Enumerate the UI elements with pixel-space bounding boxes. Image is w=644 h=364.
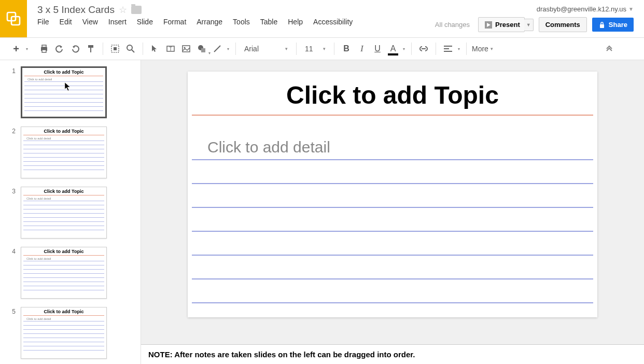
thumb-title: Click to add Topic [21,307,106,315]
svg-rect-22 [201,48,205,52]
slide-thumbnail[interactable]: 5Click to add Topic Click to add detail [0,305,141,361]
document-title[interactable]: 3 x 5 Index Cards [37,4,115,16]
underline-button[interactable]: U [370,41,385,57]
app-logo[interactable] [0,0,27,37]
slide-thumbnail[interactable]: 4Click to add Topic Click to add detail [0,245,141,301]
slide-thumbnail[interactable]: 2Click to add Topic Click to add detail [0,124,141,180]
thumb-title: Click to add Topic [21,187,106,195]
user-email[interactable]: drasbyb@greenville.k12.ny.us▼ [435,5,634,13]
new-slide-button[interactable]: + [8,41,24,57]
thumb-title: Click to add Topic [22,68,105,76]
slide-canvas[interactable]: Click to add Topic Click to add detail [188,72,597,317]
svg-rect-0 [7,12,16,21]
thumbnail-number: 5 [6,307,21,315]
line-tool[interactable] [209,41,225,57]
text-color-dropdown[interactable]: ▾ [401,41,407,57]
collapse-toolbar-icon[interactable] [606,44,639,53]
chevron-down-icon: ▼ [628,6,634,12]
main-area: 1Click to add Topic Click to add detail … [0,60,644,364]
svg-rect-4 [600,24,604,28]
menu-edit[interactable]: Edit [60,18,72,26]
link-button[interactable] [416,41,431,57]
canvas-area: Click to add Topic Click to add detail N… [141,60,644,364]
svg-rect-7 [42,50,46,52]
slide-detail-placeholder[interactable]: Click to add detail [192,138,593,159]
text-color-button[interactable]: A [385,41,401,57]
more-button[interactable]: More▾ [468,45,497,53]
menu-slide[interactable]: Slide [137,18,153,26]
folder-icon[interactable] [131,6,142,14]
thumb-detail: Click to add detail [23,137,104,141]
slide-title-placeholder[interactable]: Click to add Topic [188,72,597,115]
present-button[interactable]: Present [478,17,525,32]
menu-bar: File Edit View Insert Slide Format Arran… [37,18,430,26]
svg-rect-11 [90,48,91,52]
thumb-detail: Click to add detail [23,257,104,261]
shape-tool[interactable] [194,41,209,57]
thumbnail-preview[interactable]: Click to add Topic Click to add detail [21,247,107,299]
thumb-title: Click to add Topic [21,127,106,135]
italic-button[interactable]: I [354,41,370,57]
thumb-detail: Click to add detail [23,197,104,201]
bold-button[interactable]: B [339,41,354,57]
thumbnail-preview[interactable]: Click to add Topic Click to add detail [21,307,107,359]
svg-marker-8 [60,45,62,48]
thumb-detail: Click to add detail [23,317,104,321]
svg-rect-10 [88,45,93,48]
print-button[interactable] [36,41,52,57]
menu-insert[interactable]: Insert [108,18,127,26]
font-size-select[interactable]: 11▾ [301,43,330,55]
menu-accessibility[interactable]: Accessibility [313,18,353,26]
font-select[interactable]: Arial▾ [240,43,292,55]
select-tool[interactable] [147,41,163,57]
menu-arrange[interactable]: Arrange [197,18,222,26]
menu-file[interactable]: File [37,18,49,26]
undo-button[interactable] [52,41,67,57]
share-button[interactable]: Share [592,18,634,32]
svg-rect-12 [111,45,119,52]
blue-rule-line [192,231,593,232]
toolbar: + ▾ T ▾ Arial▾ 11▾ B I U A ▾ [0,37,644,60]
blue-rule-line [192,255,593,256]
thumb-detail: Click to add detail [24,78,103,82]
new-slide-dropdown[interactable]: ▾ [24,41,30,57]
align-dropdown[interactable]: ▾ [456,41,462,57]
fit-button[interactable] [107,41,123,57]
cursor-pointer-icon [64,82,72,93]
align-button[interactable] [440,41,456,57]
redo-button[interactable] [67,41,83,57]
thumbnail-preview[interactable]: Click to add Topic Click to add detail [21,66,107,118]
textbox-tool[interactable]: T [163,41,178,57]
svg-rect-5 [41,47,47,51]
slide-panel[interactable]: 1Click to add Topic Click to add detail … [0,60,141,364]
thumb-title: Click to add Topic [21,247,106,255]
line-dropdown[interactable]: ▾ [225,41,231,57]
svg-rect-19 [183,46,190,52]
svg-rect-17 [167,46,174,51]
zoom-button[interactable] [123,41,138,57]
paint-format-button[interactable] [83,41,99,57]
blue-rule-line [192,159,593,160]
menu-help[interactable]: Help [288,18,303,26]
svg-point-14 [127,45,132,50]
comments-button[interactable]: Comments [539,17,587,32]
menu-tools[interactable]: Tools [233,18,250,26]
menu-format[interactable]: Format [163,18,186,26]
star-icon[interactable]: ☆ [119,4,127,16]
thumbnail-number: 4 [6,247,21,255]
slide-thumbnail[interactable]: 3Click to add Topic Click to add detail [0,185,141,241]
menu-table[interactable]: Table [260,18,277,26]
svg-line-23 [214,46,220,52]
present-dropdown[interactable]: ▼ [524,19,534,31]
save-status: All changes [435,21,470,29]
blue-rule-line [192,183,593,184]
speaker-notes[interactable]: NOTE: After notes are taken slides on th… [141,344,644,364]
svg-marker-3 [487,23,491,27]
svg-marker-27 [65,82,70,91]
svg-rect-1 [11,17,20,25]
thumbnail-preview[interactable]: Click to add Topic Click to add detail [21,187,107,239]
menu-view[interactable]: View [82,18,98,26]
lock-icon [598,22,606,28]
image-tool[interactable] [178,41,194,57]
thumbnail-preview[interactable]: Click to add Topic Click to add detail [21,127,107,178]
